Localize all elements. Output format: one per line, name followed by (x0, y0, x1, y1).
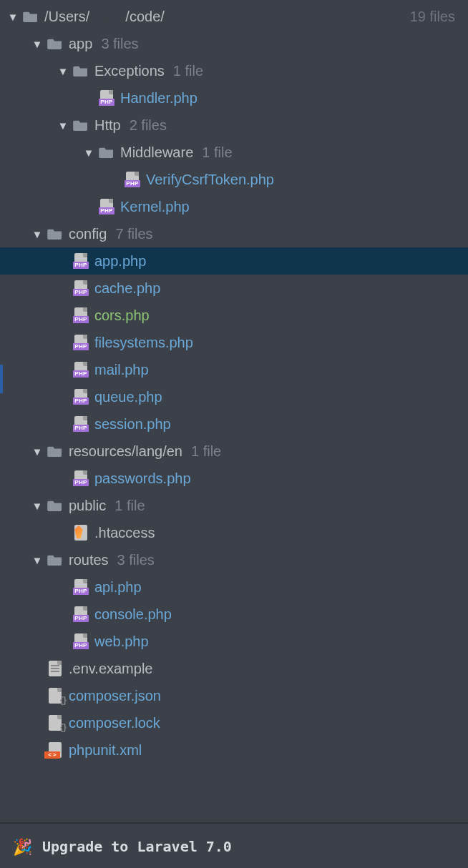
tree-row-file[interactable]: ▼ PHP api.php (0, 573, 468, 601)
xml-file-icon: < > (46, 741, 64, 759)
file-count: 3 files (117, 552, 155, 568)
root-path: /Users/xxxxx/code/xxxxxxx (44, 9, 215, 25)
status-bar[interactable]: 🎉 Upgrade to Laravel 7.0 (0, 825, 468, 868)
chevron-down-icon[interactable]: ▼ (29, 554, 46, 566)
file-label: filesystems.php (94, 335, 193, 351)
panel-divider (0, 822, 468, 824)
php-file-icon: PHP (72, 361, 90, 378)
tree-row-file[interactable]: ▼ PHP mail.php (0, 356, 468, 383)
htaccess-file-icon (72, 524, 90, 541)
chevron-down-icon[interactable]: ▼ (54, 65, 72, 77)
tree-row-file[interactable]: ▼ < > phpunit.xml (0, 736, 468, 764)
file-count: 19 files (410, 9, 455, 25)
file-label: web.php (94, 633, 149, 650)
status-text: Upgrade to Laravel 7.0 (42, 838, 232, 855)
folder-label: resources/lang/en (69, 443, 182, 460)
php-file-icon: PHP (72, 470, 90, 487)
php-file-icon: PHP (72, 606, 90, 623)
chevron-down-icon[interactable]: ▼ (54, 119, 72, 132)
folder-label: Middleware (120, 144, 193, 161)
chevron-down-icon[interactable]: ▼ (29, 38, 46, 50)
folder-label: Http (94, 117, 121, 134)
php-file-icon: PHP (72, 633, 90, 650)
tree-row-file[interactable]: ▼ .env.example (0, 655, 468, 682)
folder-icon (46, 443, 64, 460)
tree-row-file[interactable]: ▼ PHP cache.php (0, 275, 468, 302)
folder-icon (72, 117, 90, 134)
folder-icon (46, 35, 64, 52)
chevron-down-icon[interactable]: ▼ (4, 11, 21, 23)
file-label: api.php (94, 579, 142, 596)
file-label: phpunit.xml (69, 742, 142, 759)
folder-icon (97, 144, 116, 161)
tree-row-folder[interactable]: ▼ public 1 file (0, 492, 468, 519)
file-count: 2 files (130, 117, 167, 134)
file-count: 7 files (115, 226, 152, 242)
folder-icon (46, 551, 64, 568)
tree-row-file[interactable]: ▼ PHP queue.php (0, 383, 468, 410)
folder-icon (46, 225, 64, 242)
file-count: 1 file (173, 63, 203, 79)
folder-label: Exceptions (94, 63, 165, 79)
php-file-icon: PHP (97, 198, 116, 215)
tree-row-folder[interactable]: ▼ Middleware 1 file (0, 139, 468, 166)
folder-icon (72, 62, 90, 79)
file-label: Handler.php (120, 90, 198, 107)
file-label: mail.php (94, 362, 149, 378)
folder-icon (21, 8, 40, 25)
file-label: app.php (94, 253, 146, 270)
file-label: Kernel.php (120, 199, 190, 215)
left-edge-indicator (0, 365, 3, 393)
php-file-icon: PHP (72, 307, 90, 324)
chevron-down-icon[interactable]: ▼ (80, 147, 97, 159)
php-file-icon: PHP (123, 171, 142, 188)
php-file-icon: PHP (97, 89, 116, 107)
file-label: session.php (94, 416, 171, 433)
tree-row-file[interactable]: ▼ PHP web.php (0, 628, 468, 655)
tree-row-file[interactable]: ▼ .htaccess (0, 519, 468, 546)
chevron-down-icon[interactable]: ▼ (29, 228, 46, 240)
tree-row-file[interactable]: ▼ {} composer.json (0, 682, 468, 709)
file-tree: ▼ /Users/xxxxx/code/xxxxxxx 19 files ▼ a… (0, 0, 468, 764)
file-count: 1 file (202, 144, 232, 161)
tree-row-file[interactable]: ▼ PHP session.php (0, 410, 468, 438)
tree-row-file[interactable]: ▼ PHP passwords.php (0, 465, 468, 492)
tree-row-file-selected[interactable]: ▼ PHP app.php (0, 247, 468, 275)
tree-row-file[interactable]: ▼ PHP console.php (0, 601, 468, 628)
json-file-icon: {} (46, 714, 64, 731)
tree-row-folder[interactable]: ▼ Exceptions 1 file (0, 57, 468, 84)
tree-row-folder[interactable]: ▼ app 3 files (0, 30, 468, 57)
tree-row-file[interactable]: ▼ PHP filesystems.php (0, 329, 468, 356)
text-file-icon (46, 660, 64, 677)
party-popper-icon: 🎉 (13, 838, 32, 856)
tree-row-folder[interactable]: ▼ config 7 files (0, 220, 468, 247)
file-label: queue.php (94, 389, 162, 405)
file-label: console.php (94, 606, 172, 623)
file-label: VerifyCsrfToken.php (146, 172, 274, 188)
tree-row-folder[interactable]: ▼ Http 2 files (0, 112, 468, 139)
file-label: .htaccess (94, 525, 155, 541)
folder-label: public (69, 498, 106, 514)
file-count: 1 file (114, 498, 145, 514)
tree-row-file[interactable]: ▼ PHP Handler.php (0, 84, 468, 112)
tree-row-folder[interactable]: ▼ resources/lang/en 1 file (0, 438, 468, 465)
tree-row-file[interactable]: ▼ PHP VerifyCsrfToken.php (0, 166, 468, 193)
chevron-down-icon[interactable]: ▼ (29, 500, 46, 512)
file-count: 3 files (101, 36, 138, 52)
tree-row-file[interactable]: ▼ PHP cors.php (0, 302, 468, 329)
chevron-down-icon[interactable]: ▼ (29, 445, 46, 458)
folder-label: config (69, 226, 107, 242)
tree-row-file[interactable]: ▼ {} composer.lock (0, 709, 468, 736)
json-file-icon: {} (46, 687, 64, 704)
file-label: composer.lock (69, 715, 160, 731)
folder-label: app (69, 36, 92, 52)
file-label: composer.json (69, 688, 161, 704)
php-file-icon: PHP (72, 388, 90, 405)
php-file-icon: PHP (72, 334, 90, 351)
tree-row-root[interactable]: ▼ /Users/xxxxx/code/xxxxxxx 19 files (0, 3, 468, 30)
php-file-icon: PHP (72, 280, 90, 297)
php-file-icon: PHP (72, 415, 90, 433)
tree-row-file[interactable]: ▼ PHP Kernel.php (0, 193, 468, 220)
tree-row-folder[interactable]: ▼ routes 3 files (0, 546, 468, 573)
file-count: 1 file (191, 443, 221, 460)
